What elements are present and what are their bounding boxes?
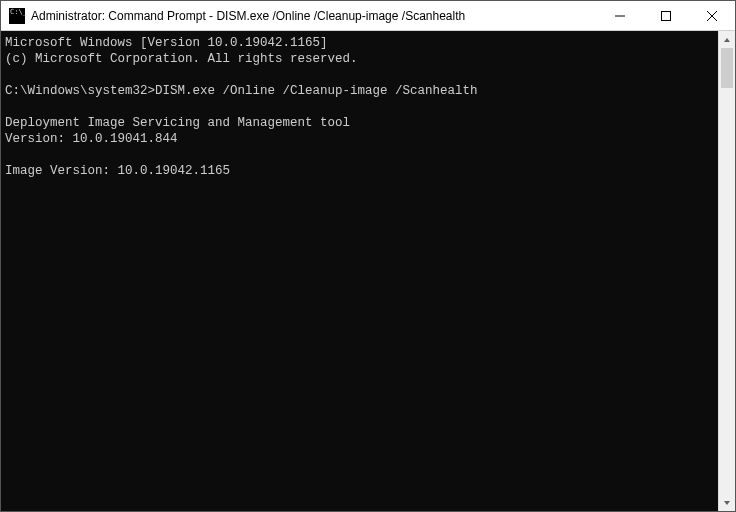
output-line: Microsoft Windows [Version 10.0.19042.11…: [5, 36, 328, 50]
svg-marker-4: [724, 38, 730, 42]
client-area: Microsoft Windows [Version 10.0.19042.11…: [1, 31, 735, 511]
minimize-icon: [615, 11, 625, 21]
vertical-scrollbar[interactable]: [718, 31, 735, 511]
output-line: Deployment Image Servicing and Managemen…: [5, 116, 350, 130]
window-title: Administrator: Command Prompt - DISM.exe…: [31, 9, 597, 23]
scroll-up-button[interactable]: [719, 31, 735, 48]
window-controls: [597, 1, 735, 30]
prompt-line: C:\Windows\system32>DISM.exe /Online /Cl…: [5, 84, 478, 98]
entered-command: DISM.exe /Online /Cleanup-image /Scanhea…: [155, 84, 478, 98]
svg-marker-5: [724, 501, 730, 505]
minimize-button[interactable]: [597, 1, 643, 30]
scrollbar-track[interactable]: [719, 48, 735, 494]
chevron-down-icon: [723, 499, 731, 507]
maximize-button[interactable]: [643, 1, 689, 30]
scrollbar-thumb[interactable]: [721, 48, 733, 88]
output-line: Image Version: 10.0.19042.1165: [5, 164, 230, 178]
close-button[interactable]: [689, 1, 735, 30]
output-line: (c) Microsoft Corporation. All rights re…: [5, 52, 358, 66]
chevron-up-icon: [723, 36, 731, 44]
output-line: Version: 10.0.19041.844: [5, 132, 178, 146]
scroll-down-button[interactable]: [719, 494, 735, 511]
titlebar[interactable]: Administrator: Command Prompt - DISM.exe…: [1, 1, 735, 31]
terminal-output[interactable]: Microsoft Windows [Version 10.0.19042.11…: [1, 31, 718, 511]
cmd-icon: [9, 8, 25, 24]
prompt: C:\Windows\system32>: [5, 84, 155, 98]
svg-rect-1: [662, 11, 671, 20]
close-icon: [707, 11, 717, 21]
maximize-icon: [661, 11, 671, 21]
